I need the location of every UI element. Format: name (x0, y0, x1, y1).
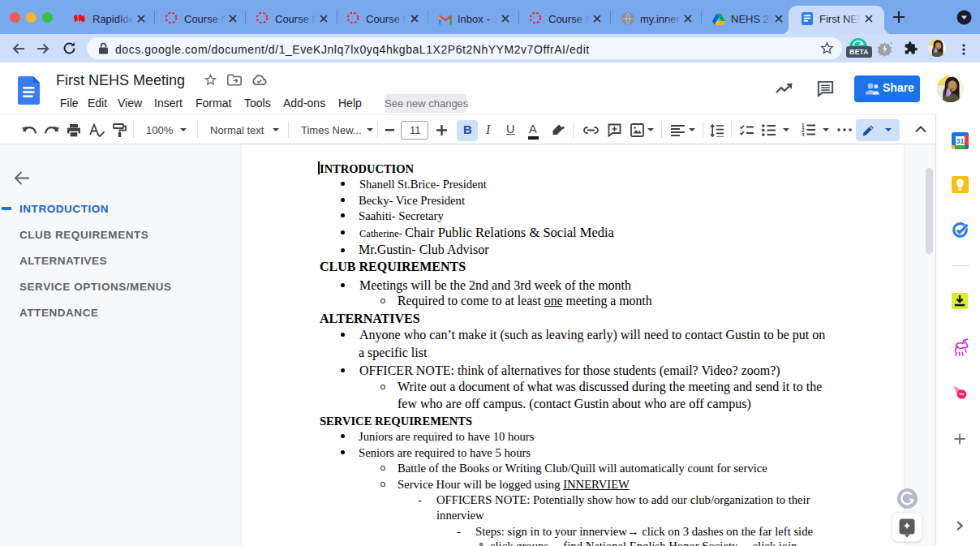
svg-text:3: 3 (802, 132, 805, 137)
svg-text:31: 31 (956, 137, 964, 145)
